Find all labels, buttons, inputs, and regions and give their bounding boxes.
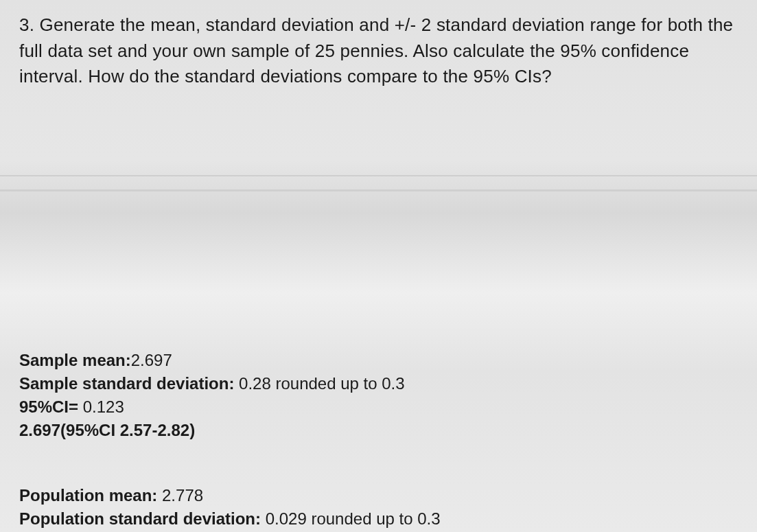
sample-ci-range: 2.697(95%CI 2.57-2.82) — [19, 419, 405, 442]
sample-mean-line: Sample mean:2.697 — [19, 349, 405, 372]
sample-ci-value: 0.123 — [83, 397, 124, 416]
divider-top — [0, 175, 757, 176]
question-number: 3. — [19, 14, 34, 35]
sample-mean-value: 2.697 — [131, 351, 172, 369]
population-sd-value: 0.029 rounded up to 0.3 — [266, 509, 441, 528]
sample-mean-label: Sample mean: — [19, 351, 131, 369]
population-mean-label: Population mean: — [19, 486, 157, 505]
sample-sd-label: Sample standard deviation: — [19, 374, 234, 393]
population-sd-label: Population standard deviation: — [19, 509, 261, 528]
sample-ci-line: 95%CI= 0.123 — [19, 395, 405, 419]
population-answer-block: Population mean: 2.778 Population standa… — [19, 484, 441, 531]
population-mean-line: Population mean: 2.778 — [19, 484, 441, 507]
sample-sd-line: Sample standard deviation: 0.28 rounded … — [19, 372, 405, 395]
question-text: Generate the mean, standard deviation an… — [19, 14, 733, 86]
population-mean-value: 2.778 — [162, 486, 203, 505]
sample-ci-label: 95%CI= — [19, 397, 78, 416]
divider-bottom — [0, 189, 757, 191]
page-container: 3. Generate the mean, standard deviation… — [0, 0, 757, 532]
sample-answer-block: Sample mean:2.697 Sample standard deviat… — [19, 349, 405, 442]
question-paragraph: 3. Generate the mean, standard deviation… — [19, 12, 742, 90]
sample-sd-value: 0.28 rounded up to 0.3 — [239, 374, 405, 393]
population-sd-line: Population standard deviation: 0.029 rou… — [19, 507, 441, 531]
